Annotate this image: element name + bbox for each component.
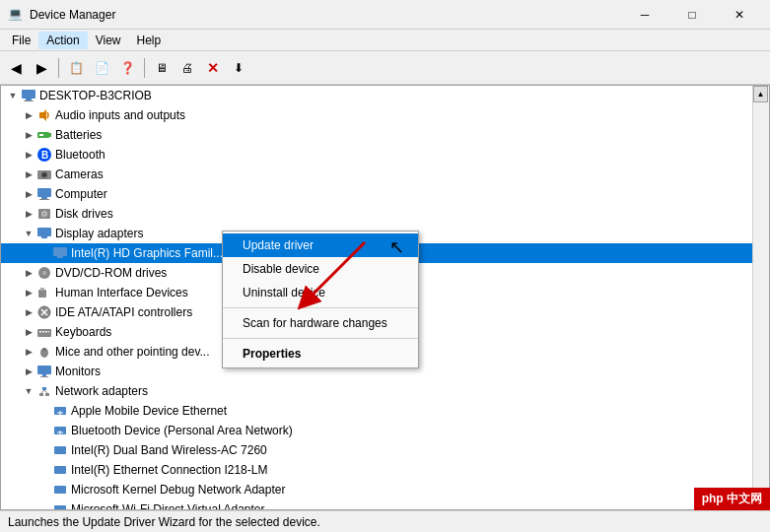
icon-intel-eth xyxy=(52,462,68,478)
svg-rect-13 xyxy=(41,197,47,199)
tree-item-ms-kernel[interactable]: Microsoft Kernel Debug Network Adapter xyxy=(1,480,769,499)
status-bar: Launches the Update Driver Wizard for th… xyxy=(0,510,770,532)
expand-icon-intel xyxy=(36,245,52,261)
context-menu-uninstall-device[interactable]: Uninstall device xyxy=(223,281,418,304)
tree-item-bt-pan[interactable]: Bluetooth Device (Personal Area Network) xyxy=(1,421,769,440)
tree-label-apple-eth: Apple Mobile Device Ethernet xyxy=(71,404,227,418)
expand-icon-bluetooth: ▶ xyxy=(21,147,36,163)
tree-item-intel-eth[interactable]: Intel(R) Ethernet Connection I218-LM xyxy=(1,460,769,480)
context-menu-sep-2 xyxy=(223,338,418,339)
scroll-up-button[interactable]: ▲ xyxy=(753,86,768,102)
status-text: Launches the Update Driver Wizard for th… xyxy=(8,515,320,529)
tree-label-ms-kernel: Microsoft Kernel Debug Network Adapter xyxy=(71,483,285,497)
expand-icon-batteries: ▶ xyxy=(21,127,36,143)
tree-item-computer[interactable]: ▶ Computer xyxy=(1,184,769,204)
icon-bt-pan xyxy=(52,423,68,438)
expand-icon-computer: ▶ xyxy=(21,186,36,202)
tree-label-bt-pan: Bluetooth Device (Personal Area Network) xyxy=(71,424,293,437)
tree-item-disk[interactable]: ▶ Disk drives xyxy=(1,204,769,224)
tree-label-mice: Mice and other pointing dev... xyxy=(55,345,210,359)
toolbar-sep-1 xyxy=(58,58,59,78)
tree-item-ms-wifi1[interactable]: Microsoft Wi-Fi Direct Virtual Adapter xyxy=(1,499,769,510)
icon-audio xyxy=(36,107,52,123)
toolbar-sep-2 xyxy=(144,58,145,78)
expand-icon-bt-pan xyxy=(36,423,52,438)
menu-view[interactable]: View xyxy=(88,32,129,49)
tree-item-network[interactable]: ▼ Network adapters xyxy=(1,381,769,401)
tree-label-batteries: Batteries xyxy=(55,128,102,142)
menu-help[interactable]: Help xyxy=(129,32,170,49)
icon-ide xyxy=(36,304,52,320)
menu-bar: File Action View Help xyxy=(0,30,770,51)
context-menu-sep-1 xyxy=(223,307,418,308)
toolbar-remove[interactable]: ✕ xyxy=(201,56,225,80)
toolbar-print[interactable]: 🖨 xyxy=(175,56,199,80)
tree-label-cameras: Cameras xyxy=(55,167,104,181)
expand-icon-intel-wifi xyxy=(36,442,52,458)
menu-action[interactable]: Action xyxy=(38,32,87,49)
expand-icon-root: ▼ xyxy=(5,88,21,103)
svg-marker-3 xyxy=(39,109,46,121)
expand-icon-hid: ▶ xyxy=(21,285,36,300)
svg-rect-30 xyxy=(37,329,51,337)
tree-label-ide: IDE ATA/ATAPI controllers xyxy=(55,305,192,319)
tree-label-display: Display adapters xyxy=(55,227,143,240)
close-button[interactable]: ✕ xyxy=(717,0,762,30)
icon-monitors xyxy=(36,364,52,379)
svg-point-11 xyxy=(43,173,46,176)
minimize-button[interactable]: ─ xyxy=(622,0,667,30)
toolbar-download[interactable]: ⬇ xyxy=(227,56,250,80)
app-icon: 💻 xyxy=(8,7,24,23)
title-bar-text: Device Manager xyxy=(30,8,622,22)
icon-mice xyxy=(36,344,52,360)
icon-computer xyxy=(21,88,36,103)
svg-rect-26 xyxy=(40,288,44,291)
tree-item-audio[interactable]: ▶ Audio inputs and outputs xyxy=(1,105,769,125)
tree-label-audio: Audio inputs and outputs xyxy=(55,108,185,122)
svg-rect-12 xyxy=(37,188,51,197)
context-menu-update-driver[interactable]: Update driver xyxy=(223,233,418,257)
tree-item-root[interactable]: ▼ DESKTOP-B3CRIOB xyxy=(1,86,769,105)
icon-intel xyxy=(52,245,68,261)
toolbar-forward[interactable]: ▶ xyxy=(30,56,53,80)
tree-label-disk: Disk drives xyxy=(55,207,113,221)
svg-rect-6 xyxy=(39,134,43,136)
expand-icon-cameras: ▶ xyxy=(21,166,36,182)
context-menu-disable-device[interactable]: Disable device xyxy=(223,257,418,281)
tree-item-apple-ethernet[interactable]: Apple Mobile Device Ethernet xyxy=(1,401,769,421)
tree-item-intel-wifi[interactable]: Intel(R) Dual Band Wireless-AC 7260 xyxy=(1,440,769,460)
icon-disk xyxy=(36,206,52,222)
svg-rect-21 xyxy=(57,256,63,258)
expand-icon-ide: ▶ xyxy=(21,304,36,320)
tree-item-batteries[interactable]: ▶ Batteries xyxy=(1,125,769,145)
expand-icon-display: ▼ xyxy=(21,226,36,241)
context-menu-properties[interactable]: Properties xyxy=(223,342,418,366)
tree-item-cameras[interactable]: ▶ Cameras xyxy=(1,165,769,184)
svg-rect-42 xyxy=(45,393,49,396)
toolbar-scan[interactable]: 🖥 xyxy=(150,56,174,80)
svg-rect-33 xyxy=(45,331,47,333)
toolbar-help[interactable]: ❓ xyxy=(115,56,139,80)
tree-item-bluetooth[interactable]: ▶ B Bluetooth xyxy=(1,145,769,165)
expand-icon-apple-eth xyxy=(36,403,52,419)
icon-bluetooth: B xyxy=(36,147,52,163)
expand-icon-mice: ▶ xyxy=(21,344,36,360)
title-bar-controls: ─ □ ✕ xyxy=(622,0,762,30)
expand-icon-ms-kernel xyxy=(36,482,52,498)
toolbar-properties[interactable]: 📋 xyxy=(64,56,88,80)
tree-label-keyboards: Keyboards xyxy=(55,325,111,339)
toolbar-drivers[interactable]: 📄 xyxy=(90,56,113,80)
context-menu-scan-hardware[interactable]: Scan for hardware changes xyxy=(223,311,418,335)
maximize-button[interactable]: □ xyxy=(669,0,715,30)
svg-rect-18 xyxy=(37,228,51,236)
svg-rect-36 xyxy=(44,348,45,351)
tree-label-monitors: Monitors xyxy=(55,365,101,378)
menu-file[interactable]: File xyxy=(4,32,38,49)
icon-network xyxy=(36,383,52,399)
toolbar-back[interactable]: ◀ xyxy=(4,56,28,80)
svg-rect-41 xyxy=(39,393,43,396)
expand-icon-dvd: ▶ xyxy=(21,265,36,281)
title-bar: 💻 Device Manager ─ □ ✕ xyxy=(0,0,770,30)
scrollbar[interactable]: ▲ ▼ xyxy=(752,86,769,509)
toolbar: ◀ ▶ 📋 📄 ❓ 🖥 🖨 ✕ ⬇ xyxy=(0,51,770,85)
